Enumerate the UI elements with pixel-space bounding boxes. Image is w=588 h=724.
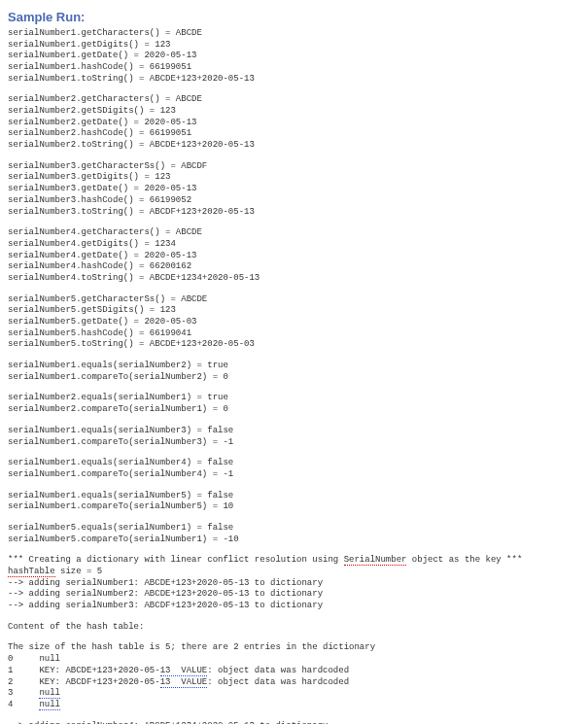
output-line: serialNumber1.equals(serialNumber2) = tr…	[8, 361, 580, 372]
hashtable-word: hashTable	[8, 567, 55, 577]
table-row: 4 null	[8, 700, 580, 711]
table1-content: Content of the hash table:	[8, 622, 580, 634]
output-line: serialNumber2.compareTo(serialNumber1) =…	[8, 404, 580, 416]
output-line: serialNumber1.hashCode() = 66199051	[8, 62, 580, 74]
output-line: serialNumber1.toString() = ABCDE+123+202…	[8, 74, 580, 86]
block-cmp2: serialNumber2.equals(serialNumber1) = tr…	[8, 393, 580, 415]
output-line: serialNumber1.compareTo(serialNumber3) =…	[8, 437, 580, 449]
output-line: serialNumber5.toString() = ABCDE+123+202…	[8, 339, 580, 351]
block-serial4: serialNumber4.getCharacters() = ABCDE se…	[8, 227, 580, 284]
output-line: --> adding serialNumber1: ABCDE+123+2020…	[8, 578, 580, 590]
output-line: serialNumber1.compareTo(serialNumber2) =…	[8, 372, 580, 384]
output-line: serialNumber5.compareTo(serialNumber1) =…	[8, 534, 580, 546]
output-line: serialNumber3.getCharacterSs() = ABCDF	[8, 161, 580, 173]
output-line: serialNumber5.getCharacterSs() = ABCDE	[8, 294, 580, 306]
block-cmp4: serialNumber1.equals(serialNumber4) = fa…	[8, 458, 580, 480]
output-line: serialNumber4.getDigits() = 1234	[8, 239, 580, 251]
hashtable-size: size = 5	[55, 567, 103, 576]
output-line: serialNumber5.getSDigits() = 123	[8, 305, 580, 317]
table1-body: The size of the hash table is 5; there a…	[8, 642, 580, 710]
sample-run-heading: Sample Run:	[8, 10, 580, 26]
block-serial5: serialNumber5.getCharacterSs() = ABCDE s…	[8, 294, 580, 351]
grammar-word: null	[39, 688, 60, 699]
output-line: serialNumber5.getDate() = 2020-05-03	[8, 317, 580, 328]
table-row: 3 null	[8, 688, 580, 700]
output-line: serialNumber3.getDate() = 2020-05-13	[8, 184, 580, 195]
output-line: serialNumber2.getDate() = 2020-05-13	[8, 118, 580, 129]
output-line: serialNumber1.getDate() = 2020-05-13	[8, 51, 580, 62]
block-cmp1: serialNumber1.equals(serialNumber2) = tr…	[8, 361, 580, 383]
output-line: serialNumber4.getCharacters() = ABCDE	[8, 227, 580, 239]
table-intro: The size of the hash table is 5; there a…	[8, 642, 580, 654]
dict-create-line: *** Creating a dictionary with linear co…	[8, 555, 580, 567]
adds2-block: --> adding serialNumber4: ABCDE+1234+202…	[8, 721, 580, 724]
output-line: serialNumber3.toString() = ABCDF+123+202…	[8, 207, 580, 219]
grammar-word: null	[39, 700, 60, 710]
row-pre: 1 KEY: ABCDE+123+2020-05-	[8, 666, 160, 675]
block-cmp3: serialNumber1.equals(serialNumber3) = fa…	[8, 426, 580, 448]
output-line: serialNumber5.equals(serialNumber1) = fa…	[8, 523, 580, 534]
output-line: serialNumber1.equals(serialNumber5) = fa…	[8, 491, 580, 502]
output-line: serialNumber3.hashCode() = 66199052	[8, 195, 580, 207]
output-line: --> adding serialNumber3: ABCDF+123+2020…	[8, 601, 580, 612]
output-line: serialNumber1.getDigits() = 123	[8, 40, 580, 52]
output-line: --> adding serialNumber4: ABCDE+1234+202…	[8, 721, 580, 724]
row-pre: 2 KEY: ABCDF+123+2020-05-	[8, 677, 160, 687]
grammar-word: 13 VALUE	[160, 666, 208, 676]
table-row: 1 KEY: ABCDE+123+2020-05-13 VALUE: objec…	[8, 666, 580, 677]
output-line: serialNumber1.equals(serialNumber3) = fa…	[8, 426, 580, 437]
output-line: serialNumber1.equals(serialNumber4) = fa…	[8, 458, 580, 469]
block-cmp6: serialNumber5.equals(serialNumber1) = fa…	[8, 523, 580, 545]
table-row: 0 null	[8, 654, 580, 666]
output-line: serialNumber2.toString() = ABCDE+123+202…	[8, 140, 580, 152]
output-line: serialNumber2.getCharacters() = ABCDE	[8, 94, 580, 106]
grammar-word: 13 VALUE	[160, 677, 208, 688]
block-serial3: serialNumber3.getCharacterSs() = ABCDF s…	[8, 161, 580, 218]
output-line: serialNumber5.hashCode() = 66199041	[8, 328, 580, 340]
row-pre: 4	[8, 700, 39, 709]
output-line: serialNumber1.compareTo(serialNumber4) =…	[8, 469, 580, 481]
dict-suffix: object as the key ***	[406, 555, 522, 565]
block-serial1: serialNumber1.getCharacters() = ABCDE se…	[8, 28, 580, 85]
row-post: : object data was hardcoded	[207, 677, 349, 687]
output-line: serialNumber1.getCharacters() = ABCDE	[8, 28, 580, 40]
output-line: serialNumber2.equals(serialNumber1) = tr…	[8, 393, 580, 404]
block-cmp5: serialNumber1.equals(serialNumber5) = fa…	[8, 491, 580, 513]
output-line: --> adding serialNumber2: ABCDE+123+2020…	[8, 589, 580, 601]
output-line: serialNumber4.getDate() = 2020-05-13	[8, 251, 580, 262]
output-line: serialNumber1.compareTo(serialNumber5) =…	[8, 501, 580, 513]
dict-prefix: *** Creating a dictionary with linear co…	[8, 555, 344, 565]
output-line: serialNumber4.hashCode() = 66200162	[8, 261, 580, 273]
dict-error-word: SerialNumber	[344, 555, 407, 566]
hashtable-size-line: hashTable size = 5	[8, 567, 580, 578]
output-line: serialNumber2.getSDigits() = 123	[8, 106, 580, 118]
output-line: serialNumber3.getDigits() = 123	[8, 172, 580, 184]
content-header: Content of the hash table:	[8, 622, 580, 634]
dictionary-header: *** Creating a dictionary with linear co…	[8, 555, 580, 611]
table-row: 2 KEY: ABCDF+123+2020-05-13 VALUE: objec…	[8, 677, 580, 689]
output-line: serialNumber4.toString() = ABCDE+1234+20…	[8, 273, 580, 285]
row-post: : object data was hardcoded	[207, 666, 349, 675]
output-line: serialNumber2.hashCode() = 66199051	[8, 128, 580, 140]
row-pre: 3	[8, 688, 39, 698]
block-serial2: serialNumber2.getCharacters() = ABCDE se…	[8, 94, 580, 151]
